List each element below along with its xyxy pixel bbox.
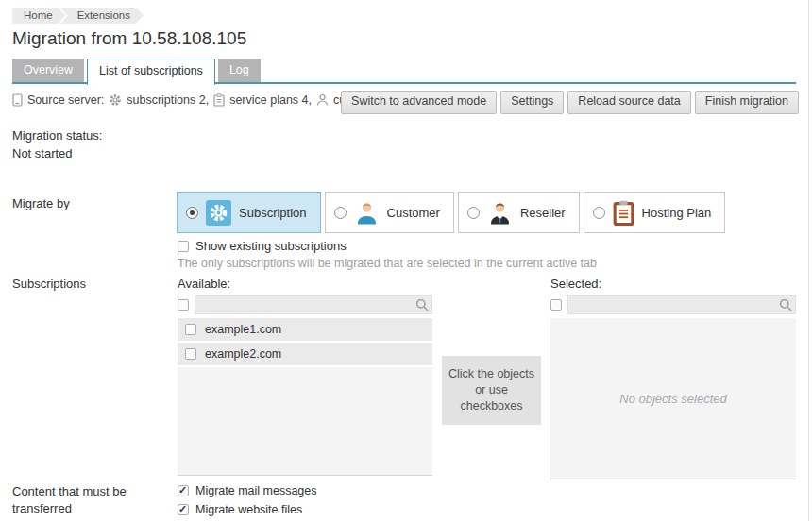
list-item[interactable]: example1.com [178, 318, 432, 343]
selected-search [567, 295, 796, 314]
item-checkbox[interactable] [185, 348, 196, 360]
option-label: Hosting Plan [642, 206, 712, 220]
migration-page: Home Extensions Migration from 10.58.108… [0, 0, 812, 521]
stat-subscriptions: subscriptions 2, [127, 93, 209, 107]
migrate-mail-option[interactable]: Migrate mail messages [178, 484, 317, 497]
finish-migration-button[interactable]: Finish migration [695, 91, 799, 114]
selected-search-row [550, 295, 796, 314]
show-existing-label: Show existing subscriptions [195, 239, 347, 253]
option-label: Subscription [239, 206, 307, 220]
item-label: example1.com [205, 323, 281, 336]
available-search-input[interactable] [195, 295, 432, 314]
migrate-mail-label: Migrate mail messages [195, 484, 317, 497]
tab-overview[interactable]: Overview [12, 59, 84, 82]
item-checkbox[interactable] [185, 324, 196, 335]
search-icon [415, 298, 429, 314]
page-title: Migration from 10.58.108.105 [12, 28, 246, 49]
tab-bar: Overview List of subscriptions Log [12, 59, 263, 85]
selected-label: Selected: [550, 277, 796, 292]
reseller-icon [487, 200, 513, 226]
show-existing-checkbox[interactable] [178, 241, 189, 252]
migrate-website-checkbox[interactable] [178, 504, 189, 515]
available-search [195, 295, 432, 314]
available-label: Available: [178, 277, 432, 292]
item-label: example2.com [205, 347, 281, 361]
available-select-all-checkbox[interactable] [178, 299, 189, 311]
content-transfer-label: Content that must be transferred [12, 483, 163, 517]
available-list: example1.com example2.com [178, 318, 432, 476]
transfer-hint-box: Click the objects or use checkboxes [442, 356, 541, 425]
migration-status-value: Not started [12, 146, 73, 160]
breadcrumb-extensions[interactable]: Extensions [60, 8, 144, 24]
breadcrumb: Home Extensions [12, 8, 138, 24]
show-existing-subscriptions[interactable]: Show existing subscriptions [178, 239, 347, 253]
selected-search-input[interactable] [567, 295, 796, 314]
search-icon [779, 298, 792, 314]
option-customer[interactable]: Customer [325, 192, 454, 233]
server-icon [12, 93, 23, 107]
available-column: Available: example1.com example2.com [178, 277, 432, 476]
option-reseller[interactable]: Reseller [458, 192, 580, 233]
migrate-by-label: Migrate by [12, 196, 70, 210]
empty-selection-text: No objects selected [619, 392, 726, 406]
clipboard-icon [213, 93, 225, 107]
person-icon [316, 93, 329, 107]
subscriptions-label: Subscriptions [12, 277, 86, 291]
settings-button[interactable]: Settings [500, 91, 564, 114]
gear-icon [109, 93, 122, 107]
option-subscription[interactable]: Subscription [177, 192, 321, 233]
subscription-radio[interactable] [186, 207, 198, 219]
customer-radio[interactable] [334, 207, 347, 219]
reload-source-data-button[interactable]: Reload source data [567, 91, 690, 114]
tab-log[interactable]: Log [218, 59, 261, 82]
option-hosting-plan[interactable]: Hosting Plan [584, 192, 726, 233]
migrate-website-option[interactable]: Migrate website files [178, 503, 317, 516]
switch-advanced-mode-button[interactable]: Switch to advanced mode [341, 91, 497, 114]
toolbar: Switch to advanced mode Settings Reload … [341, 91, 799, 114]
subscription-gear-icon [206, 200, 231, 226]
stat-service-plans: service plans 4, [229, 93, 312, 107]
list-item[interactable]: example2.com [178, 343, 432, 367]
selected-select-all-checkbox[interactable] [550, 299, 562, 311]
hosting-plan-radio[interactable] [593, 207, 605, 219]
option-label: Customer [387, 206, 440, 220]
tab-list-of-subscriptions[interactable]: List of subscriptions [87, 59, 215, 85]
available-search-row [178, 295, 432, 314]
migrate-by-options: Subscription Customer Reseller Hosting P… [177, 192, 725, 233]
content-transfer-options: Migrate mail messages Migrate website fi… [178, 484, 317, 516]
migrate-mail-checkbox[interactable] [178, 485, 189, 496]
selected-column: Selected: No objects selected [550, 277, 796, 479]
selected-list: No objects selected [550, 318, 796, 479]
migrate-website-label: Migrate website files [195, 503, 302, 516]
reseller-radio[interactable] [467, 207, 480, 219]
option-label: Reseller [520, 206, 566, 220]
source-server-label: Source server: [27, 93, 104, 107]
migrate-hint: The only subscriptions will be migrated … [178, 257, 597, 270]
page-right-border [808, 0, 809, 521]
customer-icon [354, 200, 380, 226]
hosting-plan-icon [613, 200, 634, 226]
breadcrumb-home[interactable]: Home [12, 8, 66, 24]
migration-status-label: Migration status: [12, 128, 102, 143]
